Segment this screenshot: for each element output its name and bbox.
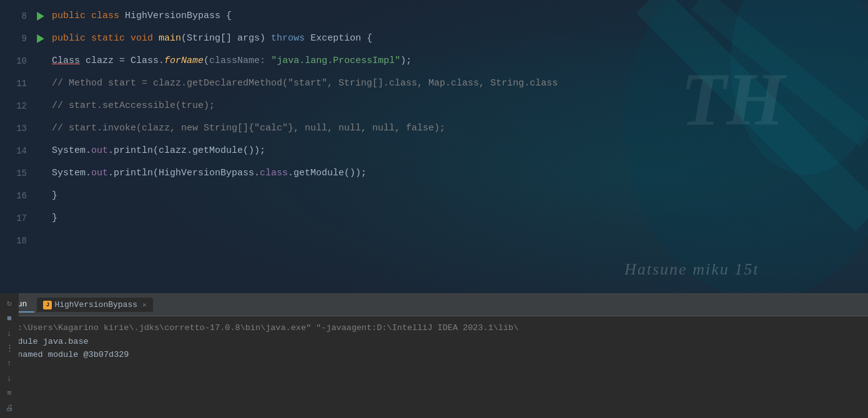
token: (: [181, 33, 187, 44]
print-icon[interactable]: 🖨: [2, 402, 16, 414]
panel-left-sidebar: ↻ ■ ↓ ⋮ ↑ ↓ ≡ 🖨: [0, 316, 19, 418]
scroll-down-output-icon[interactable]: ↓: [2, 372, 16, 384]
code-line-14: 14 System.out.println(clazz.getModule())…: [0, 140, 868, 162]
code-line-11: 11 // Method start = clazz.getDeclaredMe…: [0, 72, 868, 95]
code-text-12: // start.setAccessible(true);: [47, 95, 868, 117]
line-number-8: 8: [0, 5, 34, 27]
code-line-15: 15 System.out.println(HighVersionBypass.…: [0, 162, 868, 185]
output-line-1: module java.base: [7, 335, 861, 349]
code-text-14: System.out.println(clazz.getModule());: [47, 140, 868, 162]
panel-output: "C:\Users\Kagarino kirie\.jdks\corretto-…: [0, 316, 868, 418]
run-indicator-8[interactable]: [34, 12, 47, 21]
panel-main-area: ↻ ■ ↓ ⋮ ↑ ↓ ≡ 🖨 "C:\Users\Kagarino kirie…: [0, 316, 868, 418]
token: throws: [271, 33, 310, 44]
code-lines: 8public class HighVersionBypass {9 publi…: [0, 0, 868, 252]
panel-tab-bar: Run J HighVersionBypass ✕: [0, 294, 868, 316]
svg-text:Hatsune miku 15t: Hatsune miku 15t: [624, 260, 759, 278]
token: class: [260, 168, 288, 178]
code-line-9: 9 public static void main(String[] args)…: [0, 27, 868, 50]
token: className:: [209, 56, 271, 66]
token: out: [91, 145, 108, 156]
code-line-16: 16 }: [0, 185, 868, 207]
code-line-12: 12 // start.setAccessible(true);: [0, 95, 868, 117]
close-tab-button[interactable]: ✕: [142, 301, 147, 309]
token: .println(clazz.getModule());: [108, 145, 265, 156]
token: forName: [164, 56, 204, 66]
line-number-13: 13: [0, 117, 34, 140]
line-number-18: 18: [0, 230, 34, 252]
line-number-14: 14: [0, 140, 34, 162]
line-number-9: 9: [0, 27, 34, 50]
token: void: [131, 33, 159, 44]
token: .println(HighVersionBypass.: [108, 168, 260, 178]
tab-highversionbypass[interactable]: J HighVersionBypass ✕: [37, 298, 152, 312]
token: (: [204, 56, 209, 66]
token: static: [91, 33, 131, 44]
token: .: [159, 56, 164, 66]
token: //: [52, 78, 63, 89]
more-options-icon[interactable]: ⋮: [2, 342, 16, 354]
token: [] args): [220, 33, 271, 44]
token: out: [91, 168, 108, 178]
panel-content: "C:\Users\Kagarino kirie\.jdks\corretto-…: [0, 316, 868, 418]
code-text-17: }: [47, 207, 868, 230]
token: start.invoke(clazz, new String[]{"calc"}…: [63, 123, 445, 134]
code-text-13: // start.invoke(clazz, new String[]{"cal…: [47, 117, 868, 140]
code-line-8: 8public class HighVersionBypass {: [0, 5, 868, 27]
code-line-18: 18: [0, 230, 868, 252]
run-indicator-9[interactable]: [34, 34, 47, 43]
token: HighVersionBypass: [125, 11, 226, 21]
token: {: [226, 11, 232, 21]
line-number-17: 17: [0, 207, 34, 230]
code-line-17: 17}: [0, 207, 868, 230]
code-text-9: public static void main(String[] args) t…: [47, 27, 868, 50]
svg-marker-7: [37, 34, 44, 43]
command-line: "C:\Users\Kagarino kirie\.jdks\corretto-…: [7, 321, 861, 335]
token: {: [367, 33, 372, 44]
line-number-10: 10: [0, 50, 34, 72]
svg-marker-6: [37, 12, 44, 21]
tab-file-label: HighVersionBypass: [54, 300, 137, 309]
token: "java.lang.ProcessImpl": [271, 56, 400, 66]
token: }: [52, 190, 57, 201]
token: Class: [131, 56, 159, 66]
token: );: [400, 56, 412, 66]
stop-icon[interactable]: ■: [2, 316, 16, 324]
token: Method start = clazz.getDeclaredMethod("…: [63, 78, 558, 89]
line-number-15: 15: [0, 162, 34, 185]
token: Exception: [310, 33, 367, 44]
code-line-13: 13 // start.invoke(clazz, new String[]{"…: [0, 117, 868, 140]
output-line-2: unnamed module @3b07d329: [7, 348, 861, 362]
code-text-16: }: [47, 185, 868, 207]
token: clazz =: [80, 56, 131, 66]
line-number-11: 11: [0, 72, 34, 95]
java-file-icon: J: [43, 301, 52, 309]
token: String: [187, 33, 220, 44]
token: System.: [52, 168, 91, 178]
code-line-10: 10 Class clazz = Class.forName(className…: [0, 50, 868, 72]
token: public: [52, 11, 91, 21]
scroll-down-icon[interactable]: ↓: [2, 327, 16, 339]
run-panel: Run J HighVersionBypass ✕ ↻ ■ ↓ ⋮ ↑ ↓ ≡ …: [0, 293, 868, 418]
token: //: [52, 123, 63, 134]
token: }: [52, 213, 57, 223]
token: public: [52, 33, 91, 44]
code-text-8: public class HighVersionBypass {: [47, 5, 868, 27]
code-text-11: // Method start = clazz.getDeclaredMetho…: [47, 72, 868, 95]
token: //: [52, 100, 63, 111]
code-text-10: Class clazz = Class.forName(className: "…: [47, 50, 868, 72]
line-number-16: 16: [0, 185, 34, 207]
code-text-15: System.out.println(HighVersionBypass.cla…: [47, 162, 868, 185]
token: .getModule());: [288, 168, 367, 178]
scroll-up-output-icon[interactable]: ↑: [2, 357, 16, 369]
token: Class: [52, 56, 80, 66]
token: class: [91, 11, 125, 21]
code-editor: TH Hatsune miku 15t 8public class HighVe…: [0, 0, 868, 293]
token: main: [159, 33, 181, 44]
soft-wrap-icon[interactable]: ≡: [2, 387, 16, 399]
line-number-12: 12: [0, 95, 34, 117]
token: start.setAccessible(true);: [63, 100, 215, 111]
token: System.: [52, 145, 91, 156]
